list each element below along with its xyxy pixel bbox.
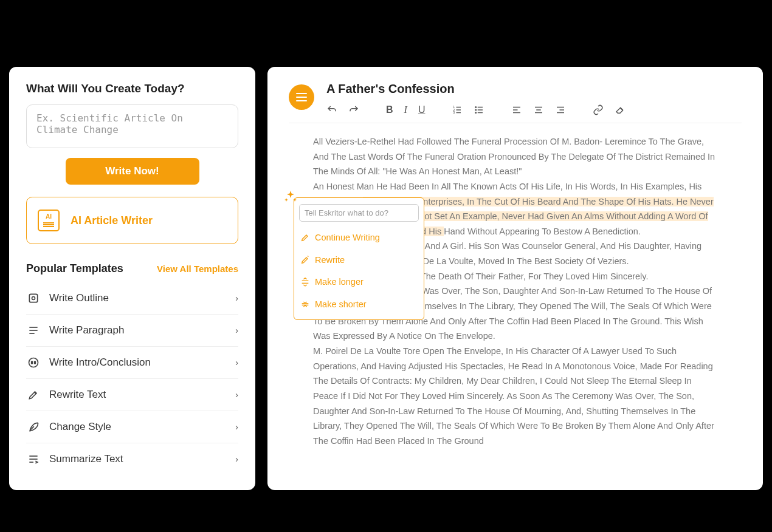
ai-prompt-input[interactable] <box>299 204 419 222</box>
make-shorter-action[interactable]: Make shorter <box>299 293 419 316</box>
rewrite-icon <box>26 387 41 402</box>
template-label: Summarize Text <box>49 453 235 465</box>
svg-text:3: 3 <box>453 111 455 114</box>
editor-toolbar: B I U 123 <box>326 104 742 115</box>
svg-point-20 <box>475 109 477 111</box>
chevron-right-icon: › <box>235 358 238 367</box>
topic-input[interactable] <box>26 104 238 148</box>
template-label: Write Paragraph <box>49 324 235 336</box>
creation-panel: What Will You Create Today? Write Now! A… <box>9 67 255 490</box>
ai-action-popup: Continue Writing Rewrite Make longer Mak… <box>294 197 424 320</box>
write-now-button[interactable]: Write Now! <box>66 158 199 185</box>
ordered-list-icon[interactable]: 123 <box>452 104 463 115</box>
paragraph: M. Poirel De La Voulte Tore Open The Env… <box>313 344 717 448</box>
undo-icon[interactable] <box>326 104 337 115</box>
popup-item-label: Continue Writing <box>315 230 380 245</box>
popup-item-label: Make shorter <box>315 297 367 312</box>
underline-icon[interactable]: U <box>418 104 426 115</box>
chevron-right-icon: › <box>235 454 238 464</box>
view-all-templates-link[interactable]: View All Templates <box>157 264 238 274</box>
template-change-style[interactable]: Change Style › <box>26 411 238 443</box>
feather-icon <box>26 420 41 434</box>
italic-icon[interactable]: I <box>404 104 407 115</box>
popup-item-label: Make longer <box>315 275 364 290</box>
editor-panel: A Father's Confession B I U 123 <box>267 67 763 490</box>
menu-button[interactable] <box>289 84 314 110</box>
align-right-icon[interactable] <box>555 104 566 115</box>
eraser-icon[interactable] <box>615 104 626 115</box>
paragraph: All Veziers-Le-Rethel Had Followed The F… <box>313 134 717 179</box>
text: Hand Without Appearing To Bestow A Bened… <box>444 227 641 236</box>
align-center-icon[interactable] <box>533 104 544 115</box>
svg-point-5 <box>29 358 38 367</box>
ai-article-writer-card[interactable]: AI AI Article Writer <box>26 197 238 244</box>
chevron-right-icon: › <box>235 390 238 400</box>
make-longer-action[interactable]: Make longer <box>299 271 419 293</box>
template-summarize-text[interactable]: Summarize Text › <box>26 443 238 475</box>
chevron-right-icon: › <box>235 293 238 303</box>
paragraph-icon <box>26 323 41 338</box>
ai-writer-label: AI Article Writer <box>71 214 153 227</box>
chevron-right-icon: › <box>235 326 238 335</box>
chevron-right-icon: › <box>235 422 238 432</box>
popular-templates-title: Popular Templates <box>26 262 123 275</box>
ai-writer-icon: AI <box>38 210 60 231</box>
sparkle-icon <box>283 189 298 209</box>
svg-point-19 <box>475 107 477 108</box>
svg-point-1 <box>32 297 35 300</box>
template-write-intro[interactable]: Write Intro/Conclusion › <box>26 347 238 379</box>
svg-rect-0 <box>29 294 37 302</box>
document-title: A Father's Confession <box>326 82 742 96</box>
unordered-list-icon[interactable] <box>474 104 484 115</box>
bold-icon[interactable]: B <box>386 104 393 115</box>
templates-list: Write Outline › Write Paragraph › Write … <box>26 282 238 475</box>
template-label: Change Style <box>49 421 235 433</box>
align-left-icon[interactable] <box>511 104 522 115</box>
template-label: Write Intro/Conclusion <box>49 356 235 369</box>
create-heading: What Will You Create Today? <box>26 82 238 95</box>
outline-icon <box>26 291 41 305</box>
quote-icon <box>26 355 41 370</box>
continue-writing-action[interactable]: Continue Writing <box>299 227 419 249</box>
link-icon[interactable] <box>593 104 604 115</box>
summarize-icon <box>26 452 41 466</box>
template-rewrite-text[interactable]: Rewrite Text › <box>26 379 238 411</box>
popup-item-label: Rewrite <box>315 253 345 268</box>
redo-icon[interactable] <box>348 104 359 115</box>
template-write-outline[interactable]: Write Outline › <box>26 282 238 315</box>
template-write-paragraph[interactable]: Write Paragraph › <box>26 315 238 347</box>
rewrite-action[interactable]: Rewrite <box>299 249 419 271</box>
template-label: Rewrite Text <box>49 389 235 401</box>
editor-body[interactable]: All Veziers-Le-Rethel Had Followed The F… <box>289 132 742 448</box>
template-label: Write Outline <box>49 292 235 304</box>
svg-point-21 <box>475 112 477 114</box>
